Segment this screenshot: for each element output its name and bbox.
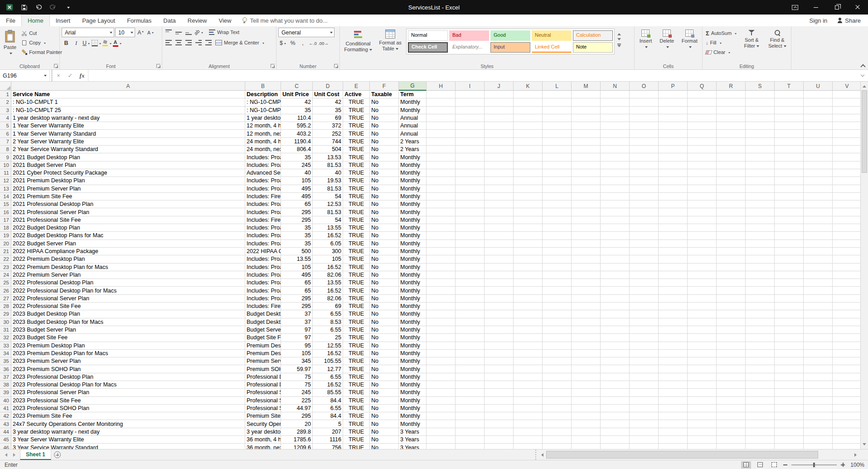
- cell-B12[interactable]: Includes: Proa: [245, 177, 281, 185]
- cell-P45[interactable]: [659, 436, 688, 444]
- cell-B20[interactable]: Includes: Proa: [245, 240, 281, 248]
- cell-E42[interactable]: TRUE: [343, 412, 370, 420]
- cell-R38[interactable]: [717, 381, 746, 389]
- cell-P36[interactable]: [659, 365, 688, 373]
- cell-style-note[interactable]: Note: [573, 42, 613, 53]
- cell-L4[interactable]: [543, 114, 572, 122]
- cell-K38[interactable]: [514, 381, 543, 389]
- cell-I33[interactable]: [456, 342, 485, 350]
- cell-P35[interactable]: [659, 357, 688, 365]
- cell-T21[interactable]: [775, 248, 804, 255]
- vertical-scrollbar[interactable]: [860, 82, 868, 449]
- cell-V10[interactable]: [833, 161, 862, 169]
- cell-D17[interactable]: 54: [313, 216, 343, 224]
- tab-split-handle[interactable]: [534, 449, 538, 460]
- cell-B34[interactable]: Premium Desk: [245, 350, 281, 357]
- cell-R1[interactable]: [717, 91, 746, 98]
- cell-M22[interactable]: [572, 255, 601, 263]
- cell-L39[interactable]: [543, 389, 572, 396]
- cell-A22[interactable]: 2022 Premium Desktop Plan: [11, 255, 245, 263]
- cell-G23[interactable]: Monthly: [399, 264, 427, 271]
- cell-O36[interactable]: [630, 365, 659, 373]
- cell-N11[interactable]: [601, 169, 630, 177]
- cell-E26[interactable]: TRUE: [343, 287, 370, 294]
- cell-R22[interactable]: [717, 255, 746, 263]
- cell-A14[interactable]: 2021 Premium Site Fee: [11, 193, 245, 200]
- cell-U9[interactable]: [804, 153, 833, 161]
- cell-R21[interactable]: [717, 248, 746, 255]
- cell-Q14[interactable]: [688, 193, 717, 200]
- cell-T41[interactable]: [775, 405, 804, 412]
- cell-S15[interactable]: [746, 200, 775, 208]
- cell-C25[interactable]: 65: [281, 279, 313, 287]
- clipboard-dialog-launcher-icon[interactable]: [54, 64, 58, 68]
- cell-M36[interactable]: [572, 365, 601, 373]
- cell-K26[interactable]: [514, 287, 543, 294]
- cancel-button[interactable]: ×: [53, 70, 64, 81]
- row-header-8[interactable]: 8: [0, 146, 11, 153]
- cell-B26[interactable]: Includes: Proa: [245, 287, 281, 294]
- cell-A21[interactable]: 2022 HIPAA Compliance Package: [11, 248, 245, 255]
- cell-L40[interactable]: [543, 397, 572, 405]
- row-header-9[interactable]: 9: [0, 153, 11, 161]
- cell-I4[interactable]: [456, 114, 485, 122]
- cell-P39[interactable]: [659, 389, 688, 396]
- row-header-29[interactable]: 29: [0, 310, 11, 318]
- cell-N41[interactable]: [601, 405, 630, 412]
- cell-O34[interactable]: [630, 350, 659, 357]
- cell-I5[interactable]: [456, 122, 485, 130]
- cell-T4[interactable]: [775, 114, 804, 122]
- cell-L5[interactable]: [543, 122, 572, 130]
- cell-I16[interactable]: [456, 208, 485, 216]
- cell-L30[interactable]: [543, 318, 572, 326]
- cell-I27[interactable]: [456, 295, 485, 303]
- cell-S14[interactable]: [746, 193, 775, 200]
- cell-J10[interactable]: [485, 161, 514, 169]
- cell-Q3[interactable]: [688, 107, 717, 114]
- cell-B35[interactable]: Premium Serv: [245, 357, 281, 365]
- column-header-T[interactable]: T: [775, 82, 804, 91]
- cell-N19[interactable]: [601, 232, 630, 239]
- cell-R44[interactable]: [717, 428, 746, 436]
- cell-Q8[interactable]: [688, 146, 717, 153]
- cell-U10[interactable]: [804, 161, 833, 169]
- fill-color-button[interactable]: [102, 39, 112, 48]
- cell-I36[interactable]: [456, 365, 485, 373]
- scroll-left-icon[interactable]: [538, 449, 545, 460]
- cell-J46[interactable]: [485, 444, 514, 449]
- cell-A12[interactable]: 2021 Premium Desktop Plan: [11, 177, 245, 185]
- sign-in-link[interactable]: Sign in: [810, 17, 828, 24]
- cell-T12[interactable]: [775, 177, 804, 185]
- cell-O29[interactable]: [630, 310, 659, 318]
- cell-C14[interactable]: 495: [281, 193, 313, 200]
- cell-F40[interactable]: No: [370, 397, 399, 405]
- cell-J14[interactable]: [485, 193, 514, 200]
- cell-F44[interactable]: No: [370, 428, 399, 436]
- cell-H3[interactable]: [427, 107, 456, 114]
- tab-page-layout[interactable]: Page Layout: [76, 15, 121, 26]
- cell-V45[interactable]: [833, 436, 862, 444]
- row-header-32[interactable]: 32: [0, 334, 11, 342]
- cell-H38[interactable]: [427, 381, 456, 389]
- cell-T29[interactable]: [775, 310, 804, 318]
- cell-M32[interactable]: [572, 334, 601, 342]
- cell-E41[interactable]: TRUE: [343, 405, 370, 412]
- cell-D25[interactable]: 13.55: [313, 279, 343, 287]
- cell-A23[interactable]: 2022 Premium Desktop Plan for Macs: [11, 264, 245, 271]
- cell-V38[interactable]: [833, 381, 862, 389]
- cell-B11[interactable]: Advanced Sec: [245, 169, 281, 177]
- cell-U5[interactable]: [804, 122, 833, 130]
- cell-I2[interactable]: [456, 98, 485, 106]
- cell-K21[interactable]: [514, 248, 543, 255]
- cell-B42[interactable]: Premium Site: [245, 412, 281, 420]
- cell-C36[interactable]: 59.97: [281, 365, 313, 373]
- cell-J25[interactable]: [485, 279, 514, 287]
- cell-H10[interactable]: [427, 161, 456, 169]
- cell-H23[interactable]: [427, 264, 456, 271]
- cell-S39[interactable]: [746, 389, 775, 396]
- cell-O40[interactable]: [630, 397, 659, 405]
- cell-T8[interactable]: [775, 146, 804, 153]
- cell-G29[interactable]: Monthly: [399, 310, 427, 318]
- cell-B36[interactable]: Premium SOH: [245, 365, 281, 373]
- row-header-46[interactable]: 46: [0, 444, 11, 449]
